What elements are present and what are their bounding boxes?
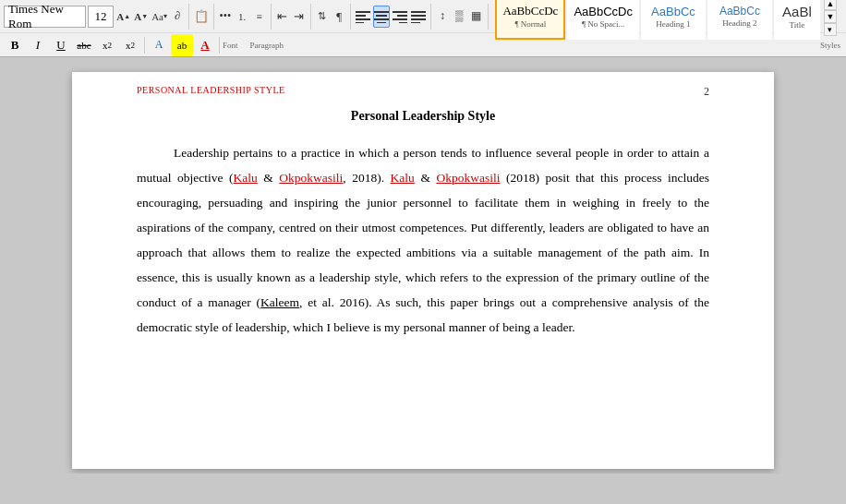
svg-rect-8 (393, 11, 407, 13)
svg-rect-15 (411, 22, 420, 23)
sep2 (219, 37, 220, 54)
styles-more-button[interactable]: ▾ (824, 23, 837, 36)
body-paragraph-1: Leadership pertains to a practice in whi… (137, 140, 709, 340)
document-body[interactable]: Leadership pertains to a practice in whi… (137, 140, 709, 340)
document-page: PERSONAL LEADERSHIP STYLE 2 Personal Lea… (72, 72, 774, 469)
font-shrink-button[interactable]: A▼ (133, 6, 149, 27)
borders-button[interactable]: ▦ (468, 6, 483, 27)
style-title[interactable]: AaBl Title (774, 0, 820, 40)
style-title-label: Title (790, 20, 805, 30)
svg-rect-0 (356, 11, 370, 13)
style-normal-preview: AaBbCcDc (502, 4, 558, 18)
styles-scroll-down-button[interactable]: ▼ (824, 10, 837, 23)
style-h1-preview: AaBbCc (651, 5, 695, 18)
citation-kaleem: Kaleem (260, 295, 299, 309)
line-spacing-button[interactable]: ↕ (435, 6, 450, 27)
citation-okpok1: Okpokwasili (279, 171, 343, 185)
style-nospace-preview: AaBbCcDc (574, 5, 633, 18)
shading-button[interactable]: ▒ (452, 6, 466, 27)
separator6 (430, 4, 431, 30)
svg-rect-11 (399, 22, 407, 23)
font-size-box[interactable]: 12 (88, 6, 115, 28)
svg-rect-13 (411, 15, 426, 17)
separator4 (310, 4, 311, 30)
paragraph-section-label: Paragraph (250, 41, 284, 50)
separator5 (350, 4, 351, 30)
multilevel-list-button[interactable]: ≡ (251, 6, 266, 27)
change-case-button[interactable]: Aa▾ (151, 6, 168, 27)
styles-panel: AaBbCcDc ¶ Normal AaBbCcDc ¶ No Spaci...… (491, 0, 842, 40)
style-h1-label: Heading 1 (656, 19, 690, 29)
document-area: PERSONAL LEADERSHIP STYLE 2 Personal Lea… (0, 57, 846, 474)
svg-rect-9 (397, 15, 407, 17)
svg-rect-6 (374, 18, 389, 20)
strikethrough-button[interactable]: abc (73, 34, 95, 56)
font-grow-button[interactable]: A▲ (115, 6, 131, 27)
text-effects-button[interactable]: A (148, 34, 170, 56)
style-heading1[interactable]: AaBbCc Heading 1 (641, 0, 706, 40)
page-header: PERSONAL LEADERSHIP STYLE 2 (72, 85, 774, 99)
italic-button[interactable]: I (27, 34, 49, 56)
svg-rect-1 (356, 15, 366, 17)
document-title: Personal Leadership Style (137, 109, 709, 124)
separator2 (213, 4, 214, 30)
style-nospace-label: ¶ No Spaci... (582, 19, 624, 29)
underline-button[interactable]: U (50, 34, 72, 56)
style-no-spacing[interactable]: AaBbCcDc ¶ No Spaci... (567, 0, 639, 40)
subscript-button[interactable]: x2 (96, 34, 118, 56)
style-title-preview: AaBl (782, 4, 812, 19)
superscript-button[interactable]: x2 (119, 34, 141, 56)
show-paragraph-button[interactable]: ¶ (332, 6, 346, 27)
separator7 (488, 4, 489, 30)
font-section-label: Font (223, 41, 238, 50)
numbering-button[interactable]: 1. (235, 6, 249, 27)
clipboard-icon[interactable]: 📋 (193, 6, 210, 27)
separator3 (271, 4, 272, 30)
bullets-button[interactable]: ••• (218, 6, 233, 27)
svg-rect-7 (377, 22, 386, 23)
svg-rect-2 (356, 18, 370, 20)
align-justify-button[interactable] (410, 6, 427, 28)
styles-scroll-arrows: ▲ ▼ ▾ (822, 0, 839, 36)
decrease-indent-button[interactable]: ⇤ (274, 6, 289, 27)
align-center-button[interactable] (373, 6, 390, 28)
sort-button[interactable]: ⇅ (315, 6, 330, 27)
svg-rect-14 (411, 18, 426, 20)
clear-formatting-button[interactable]: ∂ (170, 6, 185, 27)
style-heading2[interactable]: AaBbCc Heading 2 (707, 0, 772, 40)
citation-kalu1: Kalu (234, 171, 258, 185)
align-right-button[interactable] (392, 6, 408, 28)
citation-okpok2: Okpokwasili (436, 171, 500, 185)
svg-rect-5 (376, 15, 387, 17)
page-number: 2 (704, 85, 709, 99)
style-h2-label: Heading 2 (722, 18, 756, 28)
svg-rect-3 (356, 22, 364, 23)
ribbon: Times New Rom 12 A▲ A▼ Aa▾ ∂ 📋 ••• 1. ≡ … (0, 0, 846, 57)
format-sep (144, 37, 145, 54)
font-name-box[interactable]: Times New Rom (4, 6, 86, 28)
styles-section-label: Styles (820, 41, 840, 50)
highlight-button[interactable]: ab (171, 34, 193, 56)
font-color-button[interactable]: A (194, 34, 216, 56)
align-left-button[interactable] (355, 6, 371, 28)
bold-button[interactable]: B (4, 34, 26, 56)
svg-rect-10 (393, 18, 407, 20)
style-h2-preview: AaBbCc (719, 5, 760, 18)
increase-indent-button[interactable]: ⇥ (292, 6, 307, 27)
citation-kalu2: Kalu (391, 171, 415, 185)
separator1 (188, 4, 189, 30)
svg-rect-12 (411, 11, 426, 13)
ribbon-row1: Times New Rom 12 A▲ A▼ Aa▾ ∂ 📋 ••• 1. ≡ … (0, 0, 846, 33)
style-normal-label: ¶ Normal (514, 19, 546, 29)
header-text: PERSONAL LEADERSHIP STYLE (137, 85, 285, 99)
styles-scroll-up-button[interactable]: ▲ (824, 0, 837, 10)
style-normal[interactable]: AaBbCcDc ¶ Normal (495, 0, 565, 40)
svg-rect-4 (374, 11, 389, 13)
